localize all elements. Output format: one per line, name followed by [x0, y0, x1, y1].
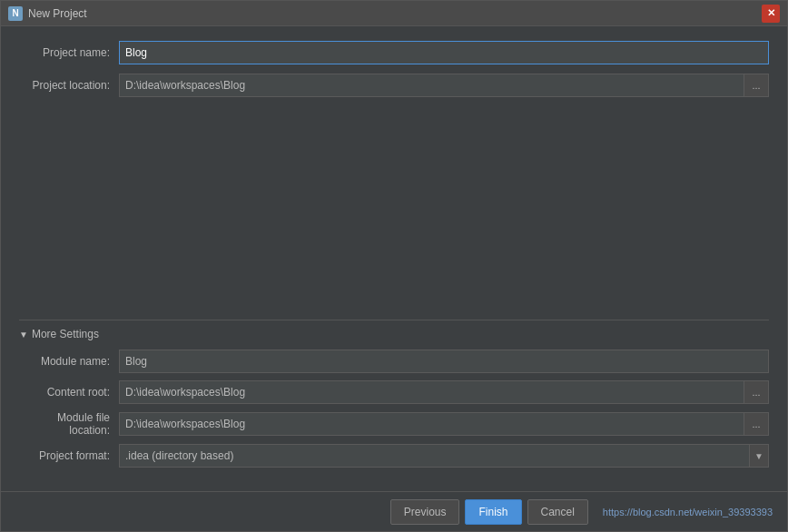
module-file-row: Module file location: ...: [19, 411, 769, 437]
content-root-input[interactable]: [119, 380, 744, 404]
module-file-input[interactable]: [119, 412, 744, 436]
module-name-row: Module name:: [19, 350, 769, 373]
more-settings-label: More Settings: [32, 328, 99, 340]
project-name-input[interactable]: [119, 41, 769, 64]
module-name-input[interactable]: [119, 350, 769, 373]
previous-button[interactable]: Previous: [390, 499, 460, 525]
watermark-link[interactable]: https://blog.csdn.net/weixin_39393393: [603, 507, 773, 517]
module-name-label: Module name:: [19, 355, 119, 368]
main-content: Project name: Project location: ... ▼ Mo…: [1, 26, 787, 491]
cancel-button[interactable]: Cancel: [527, 499, 588, 525]
content-root-label: Content root:: [19, 386, 119, 399]
project-format-select-wrapper: .idea (directory based) ▼: [119, 444, 769, 468]
finish-button[interactable]: Finish: [465, 499, 521, 525]
project-format-label: Project format:: [19, 449, 119, 462]
project-location-input-group: ...: [119, 74, 769, 97]
title-bar: N New Project ✕: [1, 1, 787, 26]
window-title: New Project: [28, 7, 762, 20]
content-root-browse-button[interactable]: ...: [744, 380, 769, 404]
project-format-select[interactable]: .idea (directory based): [119, 444, 769, 468]
project-location-browse-button[interactable]: ...: [744, 74, 769, 97]
project-location-label: Project location:: [19, 79, 119, 92]
project-format-row: Project format: .idea (directory based) …: [19, 444, 769, 468]
project-location-row: Project location: ...: [19, 74, 769, 97]
content-root-input-group: ...: [119, 380, 769, 404]
project-location-input[interactable]: [119, 74, 744, 97]
module-file-input-group: ...: [119, 412, 769, 436]
window-icon: N: [8, 6, 23, 21]
module-file-label: Module file location:: [19, 411, 119, 437]
close-button[interactable]: ✕: [762, 5, 780, 23]
more-settings-section: ▼ More Settings Module name: Content roo…: [19, 320, 769, 468]
content-root-row: Content root: ...: [19, 380, 769, 404]
more-settings-content: Module name: Content root: ... Module fi…: [19, 350, 769, 468]
new-project-window: N New Project ✕ Project name: Project lo…: [0, 0, 788, 532]
footer: Previous Finish Cancel https://blog.csdn…: [1, 491, 787, 531]
project-name-label: Project name:: [19, 46, 119, 59]
more-settings-arrow-icon: ▼: [19, 330, 28, 340]
project-name-row: Project name:: [19, 41, 769, 64]
module-file-browse-button[interactable]: ...: [744, 412, 769, 436]
more-settings-toggle[interactable]: ▼ More Settings: [19, 328, 769, 340]
